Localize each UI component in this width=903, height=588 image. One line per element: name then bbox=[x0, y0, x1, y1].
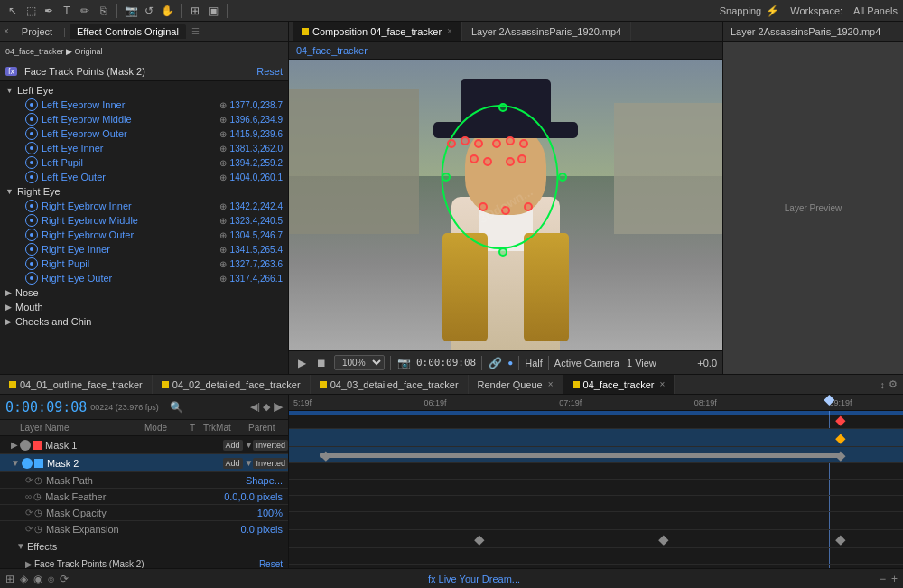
track-left-eyebrow-outer[interactable]: Left Eyebrow Outer ⊕ 1415.9,239.6 bbox=[0, 126, 288, 141]
tl-search-btn[interactable]: 🔍 bbox=[170, 401, 183, 414]
tab-project[interactable]: Project bbox=[14, 24, 60, 39]
tl-tab-main[interactable]: 04_face_tracker × bbox=[563, 375, 675, 394]
face-track-header: fx Face Track Points (Mask 2) Reset bbox=[0, 61, 288, 81]
quality-label[interactable]: Half bbox=[525, 358, 543, 369]
mask1-expand[interactable]: ▶ bbox=[11, 440, 18, 450]
mask2-inverted[interactable]: Inverted bbox=[253, 458, 288, 469]
tl-tab-03[interactable]: 04_03_detailed_face_tracker bbox=[311, 375, 469, 394]
render-tab-close[interactable]: × bbox=[548, 379, 554, 389]
mask1-mode-arrow[interactable]: ▼ bbox=[245, 440, 254, 450]
mask1-vis[interactable] bbox=[20, 440, 31, 451]
track-left-eyebrow-middle[interactable]: Left Eyebrow Middle ⊕ 1396.6,234.9 bbox=[0, 112, 288, 126]
tl-tab-01[interactable]: 04_01_outline_face_tracker bbox=[0, 375, 153, 394]
tl-face-track-row[interactable]: ▶ Face Track Points (Mask 2) Reset bbox=[0, 555, 288, 568]
zoom-select[interactable]: 100% 50% 200% bbox=[334, 355, 385, 370]
mask-expansion-stopwatch[interactable]: ◷ bbox=[34, 524, 42, 534]
pen-tool-icon[interactable]: ✒ bbox=[42, 4, 56, 18]
mask2-vis[interactable] bbox=[22, 458, 33, 469]
group-left-eye[interactable]: ▼ Left Eye bbox=[0, 83, 288, 98]
group-cheeks-chin[interactable]: ▶ Cheeks and Chin bbox=[0, 314, 288, 329]
cheeks-chin-arrow: ▶ bbox=[5, 317, 12, 326]
main-tab-close[interactable]: × bbox=[659, 379, 665, 389]
group-mouth[interactable]: ▶ Mouth bbox=[0, 300, 288, 314]
track-left-eye-inner[interactable]: Left Eye Inner ⊕ 1381.3,262.0 bbox=[0, 141, 288, 155]
pan-tool-icon[interactable]: ✋ bbox=[160, 4, 174, 18]
track-left-pupil[interactable]: Left Pupil ⊕ 1394.2,259.2 bbox=[0, 155, 288, 170]
effects-expand[interactable]: ▼ bbox=[16, 541, 25, 551]
track-right-pupil[interactable]: Right Pupil ⊕ 1327.7,263.6 bbox=[0, 257, 288, 271]
tl-icon-1[interactable]: ⊞ bbox=[5, 573, 14, 585]
tab-composition[interactable]: Composition 04_face_tracker × bbox=[293, 22, 462, 41]
stop-icon[interactable]: ⏹ bbox=[314, 356, 329, 370]
arrow-tool-icon[interactable]: ↖ bbox=[5, 4, 20, 18]
tl-search-icon[interactable]: ↕ bbox=[880, 379, 886, 390]
tl-mask1-row[interactable]: ▶ Mask 1 Add ▼ Inverted bbox=[0, 436, 288, 454]
tl-icon-2[interactable]: ◈ bbox=[20, 573, 28, 585]
tl-zoom-in[interactable]: + bbox=[891, 573, 898, 585]
mask-icon[interactable]: ▣ bbox=[206, 4, 220, 18]
mask-feather-stopwatch[interactable]: ◷ bbox=[33, 491, 42, 501]
track-right-eyebrow-middle[interactable]: Right Eyebrow Middle ⊕ 1323.4,240.5 bbox=[0, 213, 288, 228]
tl-tab-render[interactable]: Render Queue × bbox=[469, 375, 563, 394]
tl-mask2-row[interactable]: ▼ Mask 2 Add ▼ Inverted bbox=[0, 454, 288, 472]
mask-path-stopwatch[interactable]: ◷ bbox=[34, 475, 42, 485]
mask2-mode[interactable]: Add bbox=[223, 458, 243, 469]
mask-path-bar bbox=[320, 453, 842, 458]
reset-button[interactable]: Reset bbox=[256, 66, 283, 77]
track-left-eyebrow-inner[interactable]: Left Eyebrow Inner ⊕ 1377.0,238.7 bbox=[0, 98, 288, 112]
face-track-expand[interactable]: ▶ bbox=[25, 559, 33, 568]
tl-tab-02[interactable]: 04_02_detailed_face_tracker bbox=[153, 375, 311, 394]
brush-tool-icon[interactable]: ✏ bbox=[78, 4, 92, 18]
magnet-icon[interactable]: 🔗 bbox=[488, 356, 502, 370]
clone-tool-icon[interactable]: ⎘ bbox=[96, 4, 110, 18]
comp-tab-close[interactable]: × bbox=[447, 26, 452, 36]
tl-effects-row[interactable]: ▼ Effects bbox=[0, 537, 288, 555]
comp-timecode: 0:00:09:08 bbox=[416, 357, 476, 369]
workspace-name[interactable]: All Panels bbox=[853, 5, 898, 16]
mask1-inverted[interactable]: Inverted bbox=[253, 440, 288, 451]
camera-icon[interactable]: 📷 bbox=[396, 356, 411, 370]
track-right-eye-outer[interactable]: Right Eye Outer ⊕ 1317.4,266.1 bbox=[0, 271, 288, 285]
comp-viewport[interactable]: 3Ddown... bbox=[289, 60, 722, 350]
tl-mask-path-row: ⟳ ◷ Mask Path Shape... bbox=[0, 472, 288, 489]
view-count[interactable]: 1 View bbox=[627, 358, 656, 369]
track-right-eyebrow-inner[interactable]: Right Eyebrow Inner ⊕ 1342.2,242.4 bbox=[0, 199, 288, 213]
tl-zoom-out[interactable]: − bbox=[880, 573, 886, 585]
tl-props-icon[interactable]: ⚙ bbox=[889, 378, 898, 390]
mask-opacity-stopwatch[interactable]: ◷ bbox=[34, 508, 42, 518]
camera-tool-icon[interactable]: 📷 bbox=[124, 4, 138, 18]
view-label[interactable]: Active Camera bbox=[554, 358, 619, 369]
tl-icon-4[interactable]: ⌾ bbox=[48, 573, 54, 585]
mask2-expand[interactable]: ▼ bbox=[11, 458, 20, 468]
face-track-reset[interactable]: Reset bbox=[259, 559, 283, 568]
select-tool-icon[interactable]: ⬚ bbox=[23, 4, 38, 18]
mask-expansion-value[interactable]: 0.0 pixels bbox=[241, 524, 283, 535]
tl-icon-5[interactable]: ⟳ bbox=[60, 573, 69, 585]
group-right-eye[interactable]: ▼ Right Eye bbox=[0, 184, 288, 199]
group-nose[interactable]: ▶ Nose bbox=[0, 285, 288, 300]
rotate-tool-icon[interactable]: ↺ bbox=[142, 4, 156, 18]
layer-preview: Layer Preview bbox=[723, 42, 903, 374]
tl-prev-kf[interactable]: ◀| bbox=[250, 401, 260, 413]
track-right-eye-inner[interactable]: Right Eye Inner ⊕ 1341.5,265.4 bbox=[0, 242, 288, 257]
play-icon[interactable]: ▶ bbox=[294, 356, 309, 370]
mask-opacity-value[interactable]: 100% bbox=[257, 508, 283, 518]
tab-effect-controls[interactable]: Effect Controls Original bbox=[70, 24, 186, 39]
tl-next-kf[interactable]: |▶ bbox=[273, 401, 283, 413]
tl-timecode[interactable]: 0:00:09:08 bbox=[5, 399, 87, 415]
mask2-mode-arrow[interactable]: ▼ bbox=[245, 458, 254, 468]
text-tool-icon[interactable]: T bbox=[60, 4, 74, 18]
crosshair-icon: ⊕ bbox=[219, 158, 227, 168]
align-icon[interactable]: ⊞ bbox=[188, 4, 202, 18]
mask-path-value[interactable]: Shape... bbox=[246, 475, 283, 486]
tab-layer[interactable]: Layer 2AssassinsParis_1920.mp4 bbox=[462, 22, 631, 41]
panel-menu-icon[interactable]: ☰ bbox=[191, 26, 200, 36]
tl-icon-3[interactable]: ◉ bbox=[33, 573, 42, 585]
mask-feather-value[interactable]: 0.0,0.0 pixels bbox=[224, 491, 283, 502]
snapping-icon[interactable]: ⚡ bbox=[765, 4, 779, 18]
track-left-eye-outer[interactable]: Left Eye Outer ⊕ 1404.0,260.1 bbox=[0, 170, 288, 184]
track-right-eyebrow-outer[interactable]: Right Eyebrow Outer ⊕ 1304.5,246.7 bbox=[0, 228, 288, 242]
project-tab-close[interactable]: × bbox=[4, 26, 9, 36]
mask1-mode[interactable]: Add bbox=[223, 440, 243, 451]
tl-add-kf[interactable]: ◆ bbox=[263, 401, 270, 413]
